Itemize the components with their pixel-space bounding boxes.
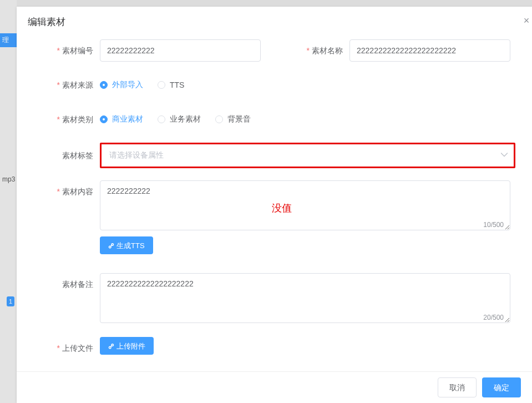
radio-label: 外部导入 — [112, 80, 143, 90]
radio-group-category: 商业素材 业务素材 背景音 — [100, 108, 251, 130]
button-label: 上传附件 — [116, 342, 145, 350]
field-material-name: 素材名称 — [283, 39, 510, 62]
textarea-material-remark[interactable] — [100, 273, 510, 323]
field-material-id: 素材编号 — [33, 39, 261, 62]
label-material-content: 素材内容 — [33, 180, 100, 203]
row-tags: 素材标签 请选择设备属性 — [33, 143, 515, 168]
label-material-category: 素材类别 — [33, 108, 100, 130]
generate-tts-button[interactable]: ⚯ 生成TTS — [100, 236, 153, 254]
row-source: 素材来源 外部导入 TTS — [33, 74, 515, 96]
textarea-material-content[interactable] — [100, 180, 510, 230]
link-icon: ⚯ — [107, 241, 116, 250]
radio-dot-icon — [215, 115, 223, 123]
select-material-tags[interactable]: 请选择设备属性 — [100, 143, 515, 168]
button-label: 生成TTS — [116, 242, 145, 249]
input-material-name[interactable] — [349, 39, 510, 62]
radio-source-tts[interactable]: TTS — [158, 80, 184, 89]
edit-material-dialog: 编辑素材 × 素材编号 素材名称 素材来源 — [17, 7, 532, 403]
radio-label: 商业素材 — [112, 114, 143, 124]
radio-category-service[interactable]: 业务素材 — [158, 114, 201, 124]
radio-label: 业务素材 — [170, 114, 201, 124]
radio-label: TTS — [170, 80, 184, 89]
upload-attachment-button[interactable]: ⚯ 上传附件 — [100, 337, 154, 355]
radio-dot-icon — [158, 115, 165, 123]
radio-source-external[interactable]: 外部导入 — [100, 80, 143, 90]
label-material-id: 素材编号 — [33, 39, 100, 62]
label-material-source: 素材来源 — [33, 74, 100, 96]
label-material-name: 素材名称 — [283, 39, 349, 62]
dialog-header: 编辑素材 × — [17, 7, 532, 34]
row-category: 素材类别 商业素材 业务素材 背景音 — [33, 108, 515, 130]
radio-dot-icon — [100, 81, 108, 89]
close-icon[interactable]: × — [521, 16, 532, 27]
textarea-wrap-remark: 20/500 — [100, 273, 510, 325]
input-material-id[interactable] — [100, 39, 261, 62]
radio-dot-icon — [100, 115, 108, 123]
viewport: 理 mp3 1 编辑素材 × 素材编号 素材名称 素材来源 — [0, 0, 532, 403]
label-material-tags: 素材标签 — [33, 143, 100, 168]
row-gen-tts: . ⚯ 生成TTS — [33, 236, 515, 259]
select-material-tags-wrap: 请选择设备属性 — [100, 143, 515, 168]
dialog-body: 素材编号 素材名称 素材来源 外部导入 — [17, 34, 532, 371]
row-id-name: 素材编号 素材名称 — [33, 39, 515, 62]
dialog-footer: 取消 确定 — [17, 371, 532, 403]
radio-category-business[interactable]: 商业素材 — [100, 114, 143, 124]
textarea-wrap-content: 10/500 — [100, 180, 510, 232]
cancel-button[interactable]: 取消 — [438, 377, 477, 397]
row-upload: 上传文件 ⚯ 上传附件 — [33, 337, 515, 359]
radio-label: 背景音 — [227, 114, 251, 124]
link-icon: ⚯ — [107, 341, 116, 351]
label-upload-file: 上传文件 — [33, 337, 100, 359]
row-content: 素材内容 10/500 — [33, 180, 515, 232]
confirm-button[interactable]: 确定 — [482, 377, 521, 397]
dialog-title: 编辑素材 — [28, 17, 65, 27]
radio-group-source: 外部导入 TTS — [100, 74, 184, 96]
radio-dot-icon — [158, 81, 165, 89]
select-placeholder: 请选择设备属性 — [109, 150, 164, 160]
chevron-down-icon — [501, 151, 508, 160]
label-material-remark: 素材备注 — [33, 273, 100, 295]
radio-category-bgm[interactable]: 背景音 — [215, 114, 251, 124]
row-remark: 素材备注 20/500 — [33, 273, 515, 325]
